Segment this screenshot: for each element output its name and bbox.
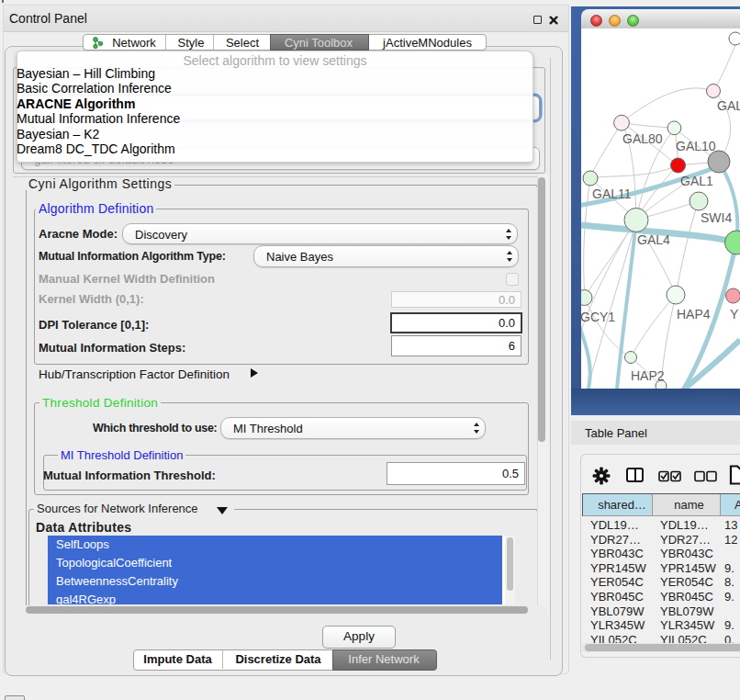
svg-text:GAL: GAL <box>717 98 740 113</box>
svg-text:GAL10: GAL10 <box>676 139 716 153</box>
svg-text:HAP4: HAP4 <box>677 307 711 322</box>
svg-text:HAP2: HAP2 <box>631 368 665 383</box>
svg-text:GCY1: GCY1 <box>581 310 615 324</box>
svg-text:GAL1: GAL1 <box>680 174 713 188</box>
svg-text:Y: Y <box>730 307 739 322</box>
svg-text:SWI4: SWI4 <box>701 210 732 225</box>
svg-text:GAL80: GAL80 <box>622 131 663 146</box>
svg-text:GAL11: GAL11 <box>592 186 632 201</box>
svg-text:GAL4: GAL4 <box>637 232 670 247</box>
